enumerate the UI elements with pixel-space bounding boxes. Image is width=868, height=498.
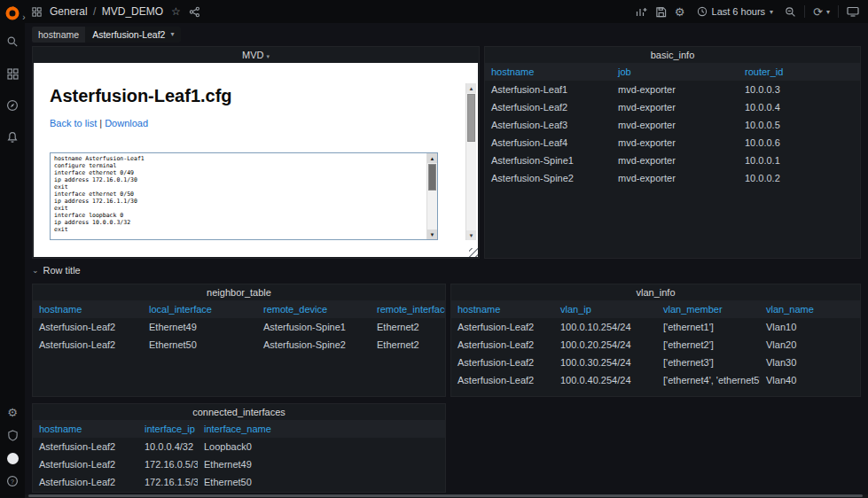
column-header-hostname[interactable]: hostname: [33, 420, 138, 438]
download-link[interactable]: Download: [105, 118, 148, 128]
configuration-gear-icon[interactable]: ⚙: [0, 401, 25, 424]
column-header-hostname[interactable]: hostname: [451, 300, 554, 318]
table-cell: Asterfusion-Spine1: [485, 152, 612, 169]
dashboard-title[interactable]: MVD_DEMO: [102, 5, 163, 18]
column-header-local_interface[interactable]: local_interface: [143, 300, 257, 318]
table-cell: 10.0.0.6: [739, 134, 860, 152]
table-cell: ['ethernet4', 'ethernet5', 'et...: [657, 371, 760, 389]
alerting-bell-icon[interactable]: [0, 126, 25, 149]
table-cell: Asterfusion-Leaf2: [451, 354, 554, 371]
column-header-vlan_member[interactable]: vlan_member: [657, 300, 760, 318]
cycle-view-tv-icon[interactable]: [847, 5, 859, 18]
textarea-scrollbar[interactable]: ▲ ▼: [426, 153, 437, 239]
scrollbar-thumb[interactable]: [467, 94, 475, 142]
toolbar-divider: [838, 5, 839, 18]
dashboard-settings-icon[interactable]: ⚙: [675, 5, 685, 19]
table-cell: Asterfusion-Leaf2: [33, 473, 138, 491]
scroll-down-icon[interactable]: ▼: [466, 230, 476, 240]
panel-resize-handle[interactable]: [469, 248, 478, 257]
table-cell: 10.0.0.1: [739, 152, 860, 169]
table-cell: 10.0.0.4: [739, 98, 860, 116]
sidebar-expand-icon[interactable]: ›: [19, 12, 29, 23]
table-row: Asterfusion-Leaf2100.0.40.254/24['ethern…: [451, 371, 860, 389]
config-links: Back to list | Download: [50, 118, 478, 128]
table-cell: Asterfusion-Leaf2: [485, 98, 612, 116]
config-textarea[interactable]: hostname Asterfusion-Leaf1 configure ter…: [50, 152, 438, 240]
column-header-interface_name[interactable]: interface_name: [198, 420, 445, 438]
scroll-up-icon[interactable]: ▲: [466, 83, 476, 93]
basic-info-table: hostnamejobrouter_idAsterfusion-Leaf1mvd…: [485, 63, 860, 187]
dashboards-icon[interactable]: [0, 62, 25, 85]
table-cell: mvd-exporter: [612, 116, 739, 134]
scroll-up-icon[interactable]: ▲: [427, 153, 437, 163]
panel-title-mvd[interactable]: MVD▾: [33, 47, 479, 63]
user-avatar[interactable]: [0, 447, 25, 470]
scrollbar-thumb[interactable]: [428, 164, 436, 191]
scroll-down-icon[interactable]: ▼: [427, 230, 437, 239]
time-range-picker[interactable]: Last 6 hours ▾: [693, 4, 778, 19]
help-icon[interactable]: ?: [0, 470, 25, 493]
panel-title-vlan-info[interactable]: vlan_info: [451, 284, 860, 300]
page-scrollbar[interactable]: ▲ ▼: [465, 83, 476, 240]
table-header-row: hostnamejobrouter_id: [485, 63, 860, 81]
table-cell: Asterfusion-Leaf2: [451, 318, 554, 336]
table-cell: 100.0.20.254/24: [554, 336, 657, 354]
table-cell: mvd-exporter: [612, 152, 739, 169]
table-cell: 100.0.10.254/24: [554, 318, 657, 336]
panel-vlan-info: vlan_info hostnamevlan_ipvlan_membervlan…: [450, 284, 861, 397]
column-header-remote_interface[interactable]: remote_interface: [371, 300, 445, 318]
horizontal-scrollbar[interactable]: [25, 494, 868, 498]
column-header-router_id[interactable]: router_id: [739, 63, 860, 81]
column-header-vlan_ip[interactable]: vlan_ip: [554, 300, 657, 318]
table-cell: ['ethernet2']: [657, 336, 760, 354]
chevron-down-icon: ⌄: [32, 266, 39, 275]
save-dashboard-icon[interactable]: [655, 6, 667, 18]
table-cell: 172.16.1.5/30: [138, 473, 198, 491]
search-icon[interactable]: [0, 30, 25, 53]
table-row: Asterfusion-Spine1mvd-exporter10.0.0.1: [485, 152, 860, 169]
dashboard-row-toggle[interactable]: ⌄ Row title: [32, 264, 81, 276]
variable-value-dropdown[interactable]: Asterfusion-Leaf2 ▾: [85, 27, 181, 43]
breadcrumb[interactable]: General / MVD_DEMO: [50, 5, 163, 18]
column-header-vlan_name[interactable]: vlan_name: [760, 300, 860, 318]
panel-title-basic-info[interactable]: basic_info: [485, 47, 860, 63]
embedded-config-page: Asterfusion-Leaf1.cfg Back to list | Dow…: [34, 63, 478, 257]
explore-icon[interactable]: [0, 94, 25, 117]
table-cell: Asterfusion-Leaf2: [33, 438, 138, 455]
table-cell: mvd-exporter: [612, 98, 739, 116]
panel-mvd: MVD▾ Asterfusion-Leaf1.cfg Back to list …: [32, 46, 480, 259]
table-cell: mvd-exporter: [612, 81, 739, 98]
column-header-job[interactable]: job: [612, 63, 739, 81]
table-row: Asterfusion-Leaf1mvd-exporter10.0.0.3: [485, 81, 860, 98]
column-header-hostname[interactable]: hostname: [33, 300, 143, 318]
table-cell: 172.16.0.5/30: [138, 455, 198, 473]
zoom-out-icon[interactable]: [785, 6, 796, 18]
table-row: Asterfusion-Leaf2Ethernet49Asterfusion-S…: [33, 318, 445, 336]
table-header-row: hostnameinterface_ipinterface_name: [33, 420, 445, 438]
table-cell: Asterfusion-Spine2: [257, 336, 371, 354]
column-header-interface_ip[interactable]: interface_ip: [138, 420, 198, 438]
table-cell: ['ethernet1']: [657, 318, 760, 336]
breadcrumb-folder[interactable]: General: [50, 5, 88, 18]
panel-title-neighbor-table[interactable]: neighbor_table: [33, 284, 445, 300]
neighbor-table: hostnamelocal_interfaceremote_deviceremo…: [33, 300, 445, 354]
column-header-hostname[interactable]: hostname: [485, 63, 612, 81]
panel-title-connected-interfaces[interactable]: connected_interfaces: [33, 404, 445, 420]
scrollbar-thumb[interactable]: [28, 494, 863, 497]
table-cell: 10.0.0.3: [739, 81, 860, 98]
table-cell: Asterfusion-Leaf3: [485, 116, 612, 134]
clock-icon: [697, 6, 708, 17]
server-admin-shield-icon[interactable]: [0, 424, 25, 447]
table-row: Asterfusion-Leaf2Ethernet50Asterfusion-S…: [33, 336, 445, 354]
column-header-remote_device[interactable]: remote_device: [257, 300, 371, 318]
config-text: hostname Asterfusion-Leaf1 configure ter…: [54, 155, 425, 233]
add-panel-icon[interactable]: [635, 5, 647, 18]
avatar-circle-icon: [7, 453, 19, 464]
back-to-list-link[interactable]: Back to list: [50, 118, 97, 128]
vlan-info-table: hostnamevlan_ipvlan_membervlan_nameAster…: [451, 300, 860, 389]
chevron-down-icon: ▾: [826, 8, 830, 16]
star-icon[interactable]: ☆: [171, 5, 181, 18]
refresh-button[interactable]: ⟳ ▾: [813, 5, 830, 19]
table-row: Asterfusion-Leaf4mvd-exporter10.0.0.6: [485, 134, 860, 152]
share-icon[interactable]: [189, 6, 200, 18]
